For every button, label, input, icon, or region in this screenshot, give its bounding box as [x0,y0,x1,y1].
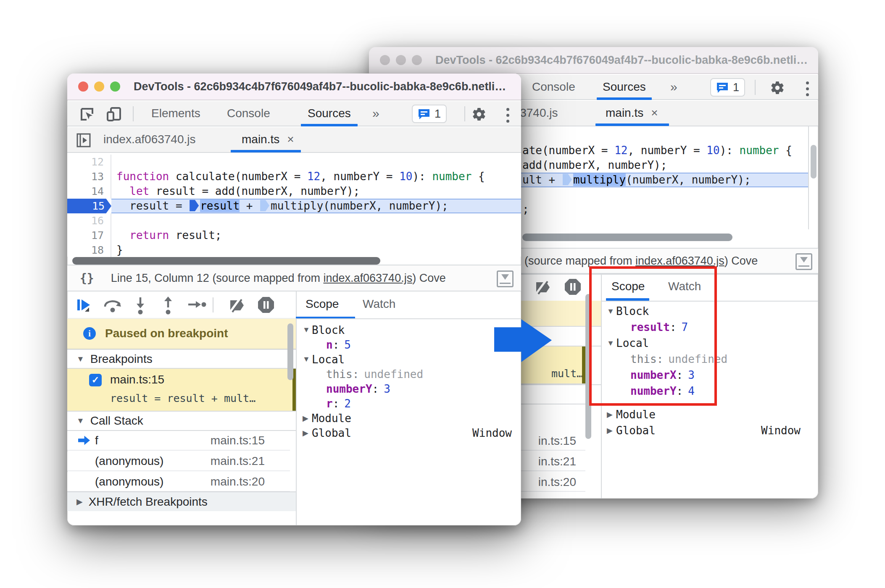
inspect-element-icon[interactable] [79,106,95,122]
horizontal-scrollbar[interactable] [72,257,380,265]
more-tabs-icon[interactable]: » [372,101,379,126]
breakpoint-entry[interactable]: ✓ main.ts:15 result = result + mult… [67,369,296,412]
line-number[interactable]: 13 [67,169,111,184]
step-into-icon[interactable] [133,297,148,315]
source-map-link[interactable]: index.af063740.js [323,272,412,284]
window-title: DevTools - 62c6b934c4b7f676049af4b7--buc… [435,54,808,67]
minimize-window-button[interactable] [94,81,104,92]
line-number[interactable]: 12 [67,155,111,169]
gear-icon[interactable] [471,107,487,122]
separator [755,80,756,95]
continue-to-here-marker-icon[interactable] [190,200,199,211]
frame-location: main.ts:20 [211,475,290,488]
stage: DevTools - 62c6b934c4b7f676049af4b7--buc… [0,0,885,588]
red-highlight-box [589,266,717,406]
breakpoint-checkbox[interactable]: ✓ [89,374,102,386]
breakpoints-section-header[interactable]: ▼ Breakpoints [67,349,296,369]
code-line[interactable]: 14 let result = add(numberX, numberY); [67,184,521,199]
file-tab-index[interactable]: index.af063740.js [103,127,196,152]
scope-section-module[interactable]: ▶Module [601,407,809,423]
callstack-frame[interactable]: (anonymous)main.ts:21 [67,452,290,471]
scope-section-global[interactable]: ▶GlobalWindow [601,423,809,438]
variable-name: n [326,339,333,351]
format-code-icon[interactable]: {} [80,271,94,285]
line-number[interactable]: 18 [67,243,111,257]
dock-icon[interactable] [795,253,812,270]
toggle-device-toolbar-icon[interactable] [106,106,122,122]
file-tab-main[interactable]: main.ts × [606,101,658,125]
code-editor[interactable]: 1213function calculate(numberX = 12, num… [67,153,521,257]
code-line-current[interactable]: 15 result = result + multiply(numberX, n… [67,199,521,213]
code-line[interactable]: 17 return result; [67,228,521,243]
gear-icon[interactable] [770,80,785,95]
file-tab-main[interactable]: main.ts × [242,127,294,152]
panel-scrollbar[interactable] [287,323,293,380]
xhr-breakpoints-header[interactable]: ▶ XHR/fetch Breakpoints [67,491,296,511]
kebab-menu-icon[interactable] [806,81,809,96]
code-line[interactable]: 18} [67,243,521,257]
pause-on-exceptions-icon[interactable] [257,296,275,314]
dock-icon[interactable] [497,270,514,287]
tab-sources[interactable]: Sources [308,101,351,126]
resume-script-icon[interactable] [75,297,92,314]
callstack-section-header[interactable]: ▼ Call Stack [67,412,296,431]
minimize-window-button[interactable] [396,55,406,65]
callstack-frame[interactable]: fmain.ts:15 [67,431,290,451]
scope-section-global[interactable]: ▶GlobalWindow [297,425,520,440]
scope-section-value: Window [761,424,809,437]
code-line[interactable]: 12 [67,155,521,169]
frame-location: in.ts:21 [538,455,585,468]
code-line[interactable]: 13function calculate(numberX = 12, numbe… [67,169,521,184]
file-tabbar: index.af063740.js main.ts × [67,127,521,153]
scope-section-block[interactable]: ▼Block [297,323,520,337]
issues-button[interactable]: 1 [412,105,447,123]
source-map-link[interactable]: index.af063740.js [635,255,724,267]
more-tabs-icon[interactable]: » [670,75,677,99]
titlebar[interactable]: DevTools - 62c6b934c4b7f676049af4b7--buc… [67,74,521,100]
tab-console[interactable]: Console [227,101,270,126]
kebab-menu-icon[interactable] [506,108,509,123]
line-number[interactable]: 16 [67,213,111,228]
separator [464,106,465,121]
callstack-frame[interactable]: (anonymous)main.ts:20 [67,472,290,492]
deactivate-breakpoints-icon[interactable] [228,297,246,314]
continue-to-here-marker-light-icon[interactable] [260,200,269,211]
issues-button[interactable]: 1 [710,78,745,97]
show-navigator-icon[interactable] [76,132,92,148]
line-number[interactable]: 14 [67,184,111,199]
scope-variable-r[interactable]: r:2 [297,396,520,411]
titlebar[interactable]: DevTools - 62c6b934c4b7f676049af4b7--buc… [369,47,818,74]
scope-variable-n[interactable]: n:5 [297,337,520,352]
zoom-window-button[interactable] [412,55,422,65]
scope-section-module[interactable]: ▶Module [297,411,520,425]
tab-scope[interactable]: Scope [306,297,339,311]
close-file-icon[interactable]: × [287,133,294,146]
step-over-icon[interactable] [103,297,123,314]
tab-elements[interactable]: Elements [151,101,200,126]
line-number[interactable]: 15 [67,199,111,213]
pause-on-exceptions-icon[interactable] [564,278,582,296]
xhr-breakpoints-title: XHR/fetch Breakpoints [89,495,208,509]
scope-variable-this[interactable]: this:undefined [297,367,520,381]
close-window-button[interactable] [380,55,390,65]
vertical-scrollbar[interactable] [811,145,817,178]
scope-section-local[interactable]: ▼Local [297,352,520,367]
tab-watch[interactable]: Watch [363,297,395,311]
code-line[interactable]: 16 [67,213,521,228]
frame-location: main.ts:21 [211,454,290,468]
continue-to-here-marker-light-icon[interactable] [563,174,572,185]
cursor-position-text: Line 15, Column 12 (source mapped from i… [111,272,446,285]
scope-variable-numberY[interactable]: numberY:3 [297,381,520,396]
separator [133,106,134,121]
line-number[interactable]: 17 [67,228,111,243]
close-file-icon[interactable]: × [651,106,658,120]
zoom-window-button[interactable] [110,81,120,92]
close-window-button[interactable] [78,81,88,92]
debugger-toolbar [67,291,296,319]
deactivate-breakpoints-icon[interactable] [534,279,552,296]
horizontal-scrollbar[interactable] [522,234,732,241]
step-icon[interactable] [187,299,207,311]
tab-console[interactable]: Console [532,75,575,99]
step-out-icon[interactable] [161,297,176,315]
tab-sources[interactable]: Sources [603,75,646,99]
